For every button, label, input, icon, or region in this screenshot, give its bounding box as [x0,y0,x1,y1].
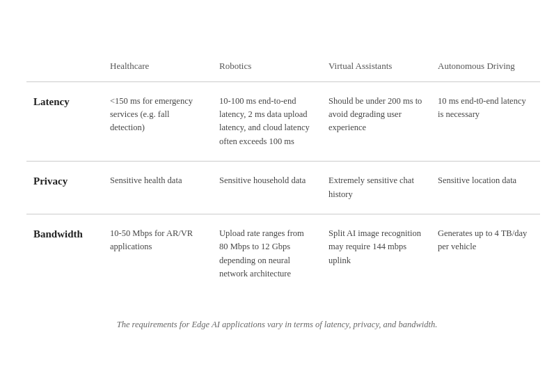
header-autonomous-driving: Autonomous Driving [431,55,540,82]
bandwidth-healthcare: 10-50 Mbps for AR/VR applications [103,214,212,293]
table-header-row: Healthcare Robotics Virtual Assistants A… [26,55,540,82]
header-robotics: Robotics [212,55,322,82]
latency-robotics: 10-100 ms end-to-end latency, 2 ms data … [212,81,322,162]
latency-healthcare: <150 ms for emergency services (e.g. fal… [103,81,212,162]
bandwidth-virtual-assistants: Split AI image recognition may require 1… [322,214,431,293]
bandwidth-autonomous-driving: Generates up to 4 TB/day per vehicle [431,214,540,293]
table-row-privacy: Privacy Sensitive health data Sensitive … [26,162,540,214]
header-virtual-assistants: Virtual Assistants [322,55,431,82]
main-container: Healthcare Robotics Virtual Assistants A… [19,41,535,352]
header-healthcare: Healthcare [103,55,212,82]
header-empty [26,55,103,82]
latency-virtual-assistants: Should be under 200 ms to avoid degradin… [322,81,431,162]
bandwidth-robotics: Upload rate ranges from 80 Mbps to 12 Gb… [212,214,322,293]
privacy-autonomous-driving: Sensitive location data [431,162,540,214]
row-label-bandwidth: Bandwidth [26,214,103,293]
privacy-healthcare: Sensitive health data [103,162,212,214]
privacy-robotics: Sensitive household data [212,162,322,214]
table-caption: The requirements for Edge AI application… [26,313,528,337]
row-label-privacy: Privacy [26,162,103,214]
latency-autonomous-driving: 10 ms end-t0-end latency is necessary [431,81,540,162]
comparison-table: Healthcare Robotics Virtual Assistants A… [26,55,540,294]
table-row-bandwidth: Bandwidth 10-50 Mbps for AR/VR applicati… [26,214,540,293]
privacy-virtual-assistants: Extremely sensitive chat history [322,162,431,214]
row-label-latency: Latency [26,81,103,162]
table-row-latency: Latency <150 ms for emergency services (… [26,81,540,162]
